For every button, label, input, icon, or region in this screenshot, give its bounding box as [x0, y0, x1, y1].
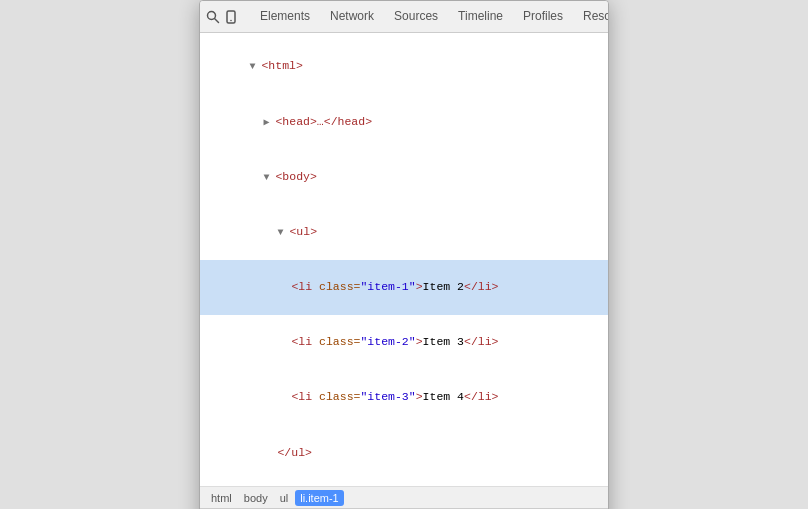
tab-sources[interactable]: Sources: [384, 1, 448, 33]
el-html[interactable]: ▼ <html>: [200, 39, 608, 94]
search-icon[interactable]: [206, 5, 220, 29]
breadcrumb: html body ul li.item-1: [200, 487, 608, 509]
svg-point-3: [230, 19, 232, 21]
tab-network[interactable]: Network: [320, 1, 384, 33]
breadcrumb-html[interactable]: html: [206, 490, 237, 506]
elements-panel: ▼ <html> ▶ <head>…</head> ▼ <body> ▼ <ul…: [200, 33, 608, 487]
tab-elements[interactable]: Elements: [250, 1, 320, 33]
el-ul[interactable]: ▼ <ul>: [200, 205, 608, 260]
el-ul-close[interactable]: </ul>: [200, 425, 608, 480]
devtools-window: Elements Network Sources Timeline Profil…: [199, 0, 609, 509]
svg-line-1: [215, 18, 219, 22]
tab-timeline[interactable]: Timeline: [448, 1, 513, 33]
breadcrumb-body[interactable]: body: [239, 490, 273, 506]
el-li-item1[interactable]: <li class="item-1">Item 2</li>: [200, 260, 608, 315]
triangle-head: ▶: [263, 117, 275, 128]
triangle-body: ▼: [263, 172, 275, 183]
triangle-ul: ▼: [277, 227, 289, 238]
top-toolbar: Elements Network Sources Timeline Profil…: [200, 1, 608, 33]
breadcrumb-ul[interactable]: ul: [275, 490, 294, 506]
tab-profiles[interactable]: Profiles: [513, 1, 573, 33]
el-head[interactable]: ▶ <head>…</head>: [200, 94, 608, 149]
triangle-html: ▼: [249, 61, 261, 72]
device-icon[interactable]: [224, 5, 238, 29]
el-body[interactable]: ▼ <body>: [200, 149, 608, 204]
el-li-item3[interactable]: <li class="item-3">Item 4</li>: [200, 370, 608, 425]
el-li-item2[interactable]: <li class="item-2">Item 3</li>: [200, 315, 608, 370]
tab-resources[interactable]: Resou...: [573, 1, 609, 33]
breadcrumb-li[interactable]: li.item-1: [295, 490, 344, 506]
